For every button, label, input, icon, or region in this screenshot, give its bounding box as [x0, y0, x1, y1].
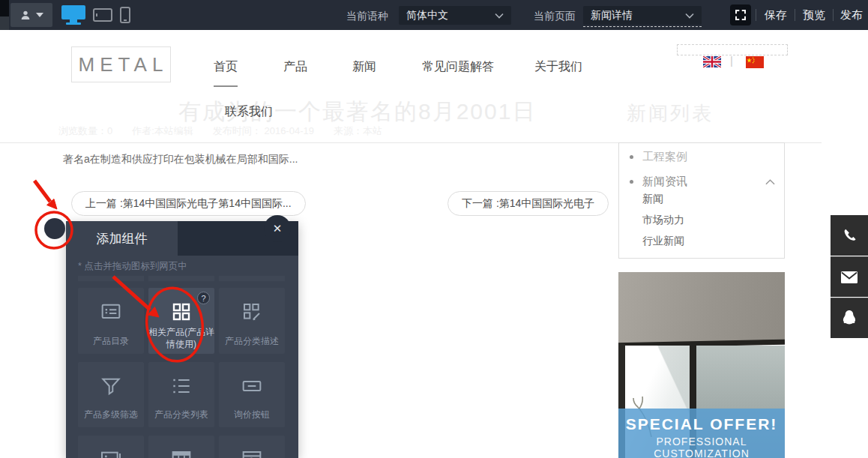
panel-drag-handle[interactable] — [44, 218, 65, 239]
builder-toolbar: 当前语种 简体中文 当前页面 新闻详情 保存 预览 发布 — [0, 0, 868, 30]
annotation-arrow-1 — [34, 181, 50, 202]
page-select[interactable]: 新闻详情 — [583, 6, 702, 25]
component-tile-category-list[interactable]: 产品分类列表 — [148, 362, 214, 427]
toolbar-divider — [795, 9, 795, 21]
filter-icon — [99, 374, 123, 398]
tile-label: 相关产品(产品详情使用) — [148, 326, 214, 350]
nav-home[interactable]: 首页 — [214, 59, 238, 75]
sidebar-item-news-info[interactable]: 新闻资讯 — [630, 175, 775, 189]
component-tile-inquiry-button[interactable]: 询价按钮 — [219, 362, 285, 427]
chevron-down-icon — [36, 13, 43, 17]
flag-separator: | — [730, 54, 733, 67]
page-label: 当前页面 — [534, 10, 576, 23]
panel-tab-add-component[interactable]: 添加组件 — [66, 221, 178, 256]
builder-canvas: 有成为的一个最著名的8月2001日 浏览数量：0 作者:本站编辑 发布时间： 2… — [0, 0, 868, 458]
promo-subline: PROFESSIONAL CUSTOMIZATION — [618, 436, 785, 458]
bullet-icon — [630, 155, 633, 159]
sidebar-item-label: 新闻资讯 — [642, 175, 756, 189]
tile-label: 产品多级筛选 — [78, 409, 144, 421]
next-article-link[interactable]: 下一篇 :第14中国国际光电子 — [447, 191, 609, 216]
related-products-icon — [169, 300, 193, 324]
selection-grid-button[interactable] — [730, 4, 751, 25]
page-value: 新闻详情 — [591, 9, 685, 22]
user-menu-button[interactable] — [10, 3, 52, 27]
promo-caption-band: SPECIAL OFFER! PROFESSIONAL CUSTOMIZATIO… — [618, 409, 785, 458]
component-tile-related-products[interactable]: ? 相关产品(产品详情使用) — [148, 288, 214, 354]
inquiry-button-icon — [240, 374, 264, 398]
page-select-dashed-highlight — [583, 26, 702, 27]
partial-tile — [78, 276, 144, 281]
nav-news[interactable]: 新闻 — [352, 59, 376, 75]
component-tile-category-description[interactable]: 产品分类描述 — [219, 288, 285, 354]
chevron-down-icon — [495, 13, 504, 19]
news-category-box: 工程案例 新闻资讯 新闻 市场动力 行业新闻 — [618, 142, 785, 259]
table-icon — [169, 448, 193, 458]
tile-label: 产品分类描述 — [219, 335, 285, 347]
promo-headline: SPECIAL OFFER! — [618, 415, 785, 433]
sidebar-subitem-market[interactable]: 市场动力 — [642, 214, 684, 227]
news-list-title-faded: 新闻列表 — [627, 100, 714, 127]
contact-phone-button[interactable] — [831, 215, 868, 256]
close-icon[interactable]: ✕ — [264, 215, 291, 242]
language-label: 当前语种 — [346, 10, 388, 23]
contact-qq-button[interactable] — [831, 298, 868, 338]
china-flag-icon[interactable] — [746, 56, 764, 71]
panel-hint: * 点击并拖动图标到网页中 — [78, 260, 187, 273]
prev-article-link[interactable]: 上一篇 :第14中国国际光电子第14中国国际... — [71, 191, 306, 216]
article-excerpt: 著名a在制造和供应打印在包装机械在局部和国际... — [63, 153, 298, 166]
promo-banner-image[interactable]: SPECIAL OFFER! PROFESSIONAL CUSTOMIZATIO… — [618, 272, 785, 458]
tile-label: 询价按钮 — [219, 409, 285, 421]
component-tile-multilevel-filter[interactable]: 产品多级筛选 — [78, 362, 144, 427]
help-icon[interactable]: ? — [197, 292, 210, 304]
component-tile-table[interactable] — [148, 436, 214, 458]
desktop-view-button[interactable] — [61, 5, 85, 25]
nav-faq[interactable]: 常见问题解答 — [422, 59, 494, 75]
tile-label: 产品目录 — [78, 335, 144, 347]
browser-edge — [0, 0, 9, 16]
preview-button[interactable]: 预览 — [803, 8, 825, 22]
uk-flag-icon[interactable] — [703, 56, 721, 70]
toolbar-divider — [833, 9, 834, 21]
component-tile-product-catalog[interactable]: 产品目录 — [78, 288, 144, 354]
qq-penguin-icon — [840, 309, 858, 328]
promo-concrete-ceiling — [618, 272, 785, 344]
site-logo[interactable]: METAL — [71, 46, 171, 82]
sidebar-subitem-industry[interactable]: 行业新闻 — [642, 235, 684, 248]
save-button[interactable]: 保存 — [765, 8, 787, 22]
chevron-down-icon — [685, 13, 694, 19]
sidebar-item-label: 工程案例 — [642, 150, 687, 164]
browser-edge — [0, 16, 9, 30]
component-tile-search[interactable] — [219, 436, 285, 458]
component-tile-image[interactable] — [78, 436, 144, 458]
mobile-view-button[interactable] — [120, 7, 130, 23]
bullet-icon — [630, 180, 633, 184]
add-component-panel: 添加组件 * 点击并拖动图标到网页中 产品目录 ? 相关产品(产品详情使用) — [66, 221, 298, 458]
partial-tile — [148, 276, 214, 281]
chevron-up-icon[interactable] — [765, 178, 775, 185]
user-icon — [19, 9, 31, 21]
envelope-icon — [840, 271, 858, 284]
image-icon — [99, 448, 123, 458]
sidebar-subitem-news[interactable]: 新闻 — [642, 193, 663, 206]
publish-button[interactable]: 发布 — [840, 8, 863, 22]
sidebar-item-cases[interactable]: 工程案例 — [630, 150, 775, 164]
partial-tile — [219, 276, 285, 281]
tile-label: 产品分类列表 — [148, 409, 214, 421]
annotation-arrowhead-1 — [47, 199, 58, 210]
language-value: 简体中文 — [406, 9, 495, 22]
nav-contact[interactable]: 联系我们 — [225, 104, 273, 120]
product-catalog-icon — [99, 300, 123, 324]
phone-icon — [841, 227, 858, 244]
language-select[interactable]: 简体中文 — [399, 6, 511, 25]
article-meta-faded: 浏览数量：0 作者:本站编辑 发布时间： 2016-04-19 来源：本站 — [58, 124, 382, 138]
tablet-view-button[interactable] — [93, 8, 112, 22]
category-list-icon — [169, 374, 193, 398]
nav-about[interactable]: 关于我们 — [534, 59, 582, 75]
category-description-icon — [240, 300, 264, 324]
contact-email-button[interactable] — [831, 256, 868, 297]
nav-products[interactable]: 产品 — [283, 59, 307, 75]
toolbar-divider — [756, 9, 756, 21]
dashed-selection-icon — [735, 10, 746, 20]
nav-active-underline — [214, 85, 238, 87]
search-window-icon — [240, 448, 264, 458]
